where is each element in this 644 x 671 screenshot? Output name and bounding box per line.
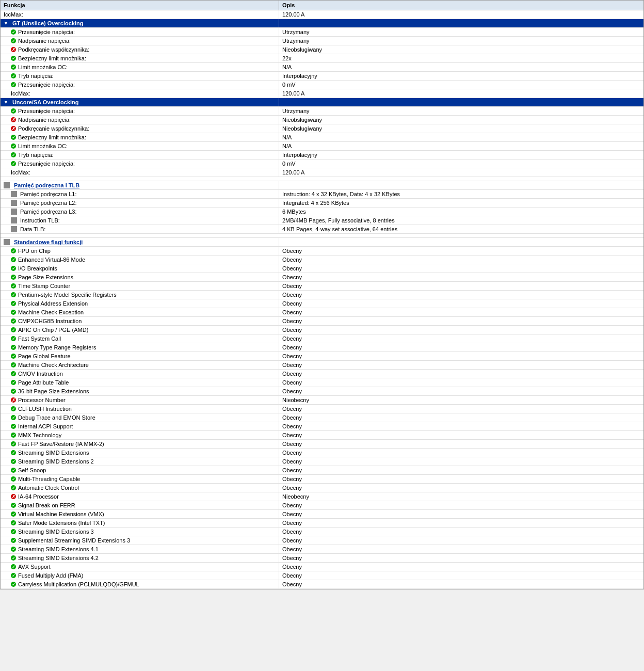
row-label: Physical Address Extension <box>18 300 88 307</box>
collapse-icon[interactable]: ▼ <box>4 21 8 26</box>
status-icon-present: ✓ <box>11 29 16 35</box>
row-name-cell: ✓Tryb napięcia: <box>1 151 279 159</box>
row-label: Przesunięcie napięcia: <box>18 29 75 35</box>
row-desc: Obecny <box>279 308 643 316</box>
row-desc: Obecny <box>279 299 643 308</box>
row-name-cell: IccMax: <box>1 89 279 98</box>
row-desc: Nieobecny <box>279 396 643 404</box>
row-name-cell: ✓Safer Mode Extensions (Intel TXT) <box>1 519 279 527</box>
table-row: ✓Tryb napięcia:Interpolacyjny <box>1 151 643 159</box>
row-desc: Nieobsługiwany <box>279 116 643 124</box>
row-label: Pentium-style Model Specific Registers <box>18 292 117 298</box>
row-desc: Obecny <box>279 255 643 264</box>
table-row: ✓Page Size ExtensionsObecny <box>1 273 643 282</box>
row-label: 36-bit Page Size Extensions <box>18 388 89 394</box>
status-icon-present: ✓ <box>11 275 16 280</box>
status-icon-present: ✓ <box>11 336 16 341</box>
row-name-cell: ✓CMPXCHG8B Instruction <box>1 317 279 325</box>
table-row: ✓Nadpisanie napięcia:Utrzymany <box>1 37 643 45</box>
row-desc: Obecny <box>279 466 643 474</box>
table-row: ✓Automatic Clock ControlObecny <box>1 484 643 492</box>
row-label: Data TLB: <box>20 226 45 232</box>
row-desc: Obecny <box>279 352 643 360</box>
row-name-cell: IccMax: <box>1 168 279 177</box>
row-desc: 6 MBytes <box>279 207 643 216</box>
row-label: IccMax: <box>11 90 30 97</box>
row-name-cell: Instruction TLB: <box>1 216 279 225</box>
row-desc: Obecny <box>279 457 643 466</box>
row-label: Supplemental Streaming SIMD Extensions 3 <box>18 537 130 544</box>
row-label: Fast System Call <box>18 336 61 342</box>
row-name-cell: ✓Fused Multiply Add (FMA) <box>1 571 279 580</box>
table-row: ✓Page Global FeatureObecny <box>1 352 643 361</box>
row-desc: Obecny <box>279 334 643 343</box>
table-row: ✓Safer Mode Extensions (Intel TXT)Obecny <box>1 519 643 528</box>
spacer-row <box>1 234 643 238</box>
row-desc: 22x <box>279 54 643 62</box>
row-name-cell: Pamięć podręczna L3: <box>1 207 279 216</box>
table-row: ✓Supplemental Streaming SIMD Extensions … <box>1 536 643 545</box>
table-row: Pamięć podręczna L2:Integrated: 4 x 256 … <box>1 199 643 207</box>
table-row: ▼GT (Unslice) Overclocking <box>1 19 643 28</box>
row-label: Bezpieczny limit mnożnika: <box>18 55 86 61</box>
status-icon-present: ✓ <box>11 354 16 359</box>
table-row: ✓Przesunięcie napięcia:0 mV <box>1 81 643 89</box>
status-icon-present: ✓ <box>11 56 16 61</box>
row-label: Time Stamp Counter <box>18 283 70 289</box>
row-name-cell: ✓Machine Check Exception <box>1 308 279 316</box>
section-name: ▼Uncore/SA Overclocking <box>1 98 279 106</box>
row-desc: Obecny <box>279 545 643 553</box>
row-name-cell: ✓Bezpieczny limit mnożnika: <box>1 133 279 141</box>
row-label: Nadpisanie napięcia: <box>18 117 71 123</box>
status-icon-present: ✓ <box>11 65 16 70</box>
collapse-icon[interactable]: ▼ <box>4 100 8 105</box>
row-label: Fused Multiply Add (FMA) <box>18 572 84 579</box>
status-icon-present: ✓ <box>11 82 16 87</box>
row-label: Nadpisanie napięcia: <box>18 38 71 44</box>
row-label: IccMax: <box>4 11 23 18</box>
row-desc: Obecny <box>279 422 643 430</box>
row-label: Machine Check Exception <box>18 309 84 315</box>
row-name-cell: ✓36-bit Page Size Extensions <box>1 387 279 395</box>
status-icon-present: ✓ <box>11 389 16 394</box>
row-name-cell: ✓Fast System Call <box>1 334 279 343</box>
row-desc: Obecny <box>279 273 643 281</box>
row-desc: Obecny <box>279 563 643 571</box>
row-label: I/O Breakpoints <box>18 265 57 271</box>
row-name-cell: ✓Pentium-style Model Specific Registers <box>1 291 279 299</box>
status-icon-absent: ✗ <box>11 117 16 122</box>
row-label: Instruction TLB: <box>20 217 60 223</box>
subsection-desc <box>279 181 643 189</box>
row-desc: Obecny <box>279 326 643 334</box>
row-desc: 120.00 A <box>279 168 643 177</box>
row-desc: N/A <box>279 142 643 150</box>
table-row: ✓Enhanced Virtual-86 ModeObecny <box>1 255 643 264</box>
row-desc: Obecny <box>279 571 643 580</box>
row-label: CLFLUSH Instruction <box>18 406 72 412</box>
row-desc: Nieobsługiwany <box>279 45 643 54</box>
row-desc: 2MB/4MB Pages, Fully associative, 8 entr… <box>279 216 643 225</box>
row-label: Limit mnożnika OC: <box>18 143 68 149</box>
row-label: APIC On Chip / PGE (AMD) <box>18 327 88 333</box>
row-label: Self-Snoop <box>18 467 46 473</box>
row-name-cell: ✓Time Stamp Counter <box>1 282 279 290</box>
status-icon-present: ✓ <box>11 573 16 578</box>
row-desc: Obecny <box>279 282 643 290</box>
row-name-cell: Pamięć podręczna L1: <box>1 190 279 198</box>
row-name-cell: ✓FPU on Chip <box>1 247 279 255</box>
row-name-cell: ✓Przesunięcie napięcia: <box>1 81 279 89</box>
row-name-cell: ✓Nadpisanie napięcia: <box>1 37 279 45</box>
row-label: FPU on Chip <box>18 248 51 254</box>
subsection-desc <box>279 238 643 246</box>
section-label: Uncore/SA Overclocking <box>12 99 79 105</box>
row-name-cell: ✓I/O Breakpoints <box>1 264 279 273</box>
row-label: Automatic Clock Control <box>18 485 79 491</box>
row-label: CMOV Instruction <box>18 371 63 377</box>
status-icon-present: ✓ <box>11 345 16 350</box>
table-header: Funkcja Opis <box>1 1 643 10</box>
row-name-cell: ✓Memory Type Range Registers <box>1 343 279 352</box>
table-row: ▼Uncore/SA Overclocking <box>1 98 643 107</box>
status-icon-present: ✓ <box>11 450 16 455</box>
status-icon-present: ✓ <box>11 38 16 43</box>
table-row: ✓Page Attribute TableObecny <box>1 378 643 387</box>
